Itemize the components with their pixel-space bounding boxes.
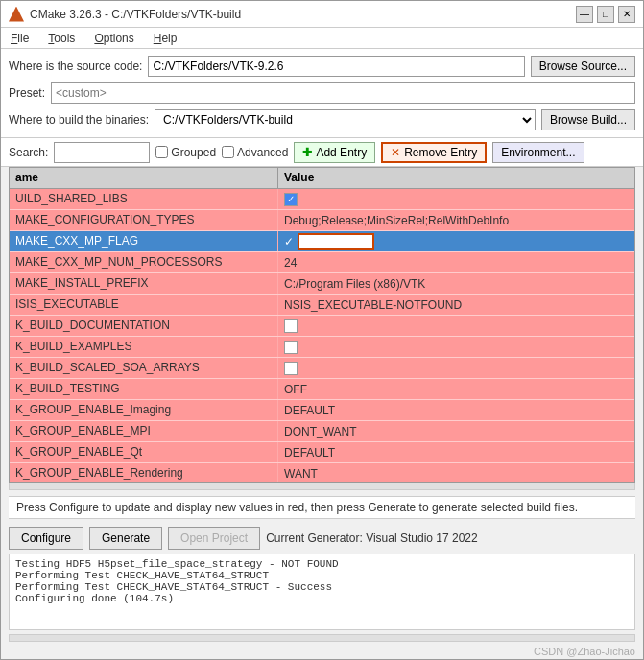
open-project-button[interactable]: Open Project [168,527,260,550]
menu-tools[interactable]: Tools [44,31,79,46]
title-bar-left: CMake 3.26.3 - C:/VTKFolders/VTK-build [9,7,241,22]
cell-value [278,189,634,209]
checkbox-value[interactable] [284,319,298,333]
browse-build-button[interactable]: Browse Build... [541,109,635,130]
cell-name: UILD_SHARED_LIBS [10,189,278,209]
log-line: Performing Test CHECK_HAVE_STAT64_STRUCT… [15,581,629,593]
close-button[interactable]: ✕ [618,6,635,23]
table-row[interactable]: MAKE_INSTALL_PREFIX C:/Program Files (x8… [10,273,634,295]
cell-value [278,337,634,357]
preset-row: Preset: [9,82,635,105]
table-row[interactable]: K_GROUP_ENABLE_Qt DEFAULT [10,442,634,463]
cell-name: MAKE_CXX_MP_FLAG [10,231,278,251]
cell-name: MAKE_INSTALL_PREFIX [10,273,278,294]
check-icon: ✓ [284,235,294,248]
cell-value: WANT [278,463,634,482]
configure-button[interactable]: Configure [9,527,83,550]
cell-value [278,358,634,378]
form-area: Where is the source code: Browse Source.… [1,49,643,138]
cell-value: Debug;Release;MinSizeRel;RelWithDebInfo [278,210,634,230]
button-row: Configure Generate Open Project Current … [1,523,643,554]
checkbox-value[interactable] [284,362,298,375]
table-scrollbar-h[interactable] [9,483,635,490]
status-bar: Press Configure to update and display ne… [9,496,635,519]
checkbox-value[interactable] [284,193,298,206]
binaries-select[interactable]: C:/VTKFolders/VTK-build [155,109,536,130]
source-input[interactable] [148,56,524,77]
table-row-selected[interactable]: MAKE_CXX_MP_FLAG ✓ [10,231,634,252]
binaries-label: Where to build the binaries: [9,113,149,127]
table-row[interactable]: K_GROUP_ENABLE_Rendering WANT [10,463,634,482]
cell-edit-input[interactable] [298,233,374,250]
log-line: Configuring done (104.7s) [15,593,629,604]
menu-help[interactable]: Help [150,31,181,46]
cell-name: K_BUILD_DOCUMENTATION [10,316,278,336]
table-row[interactable]: K_BUILD_DOCUMENTATION [10,316,634,337]
window-title: CMake 3.26.3 - C:/VTKFolders/VTK-build [30,8,241,21]
cell-value [278,316,634,336]
cell-value: C:/Program Files (x86)/VTK [278,273,634,294]
title-controls[interactable]: — □ ✕ [576,6,635,23]
grouped-checkbox-group: Grouped [155,146,216,159]
preset-input[interactable] [51,82,635,104]
cell-name: K_BUILD_EXAMPLES [10,337,278,357]
advanced-label: Advanced [237,146,288,159]
table-header: ame Value [10,168,634,189]
generator-label: Current Generator: Visual Studio 17 2022 [266,531,635,545]
cell-value: DONT_WANT [278,421,634,441]
cell-name: K_BUILD_SCALED_SOA_ARRAYS [10,358,278,378]
maximize-button[interactable]: □ [597,6,614,23]
menu-file[interactable]: File [7,31,33,46]
generate-button[interactable]: Generate [89,527,162,550]
table-row[interactable]: MAKE_CXX_MP_NUM_PROCESSORS 24 [10,252,634,273]
search-label: Search: [9,146,48,159]
cell-name: K_BUILD_TESTING [10,379,278,399]
cell-value: ✓ [278,231,634,251]
col-name-header: ame [10,168,278,188]
table-row[interactable]: K_BUILD_TESTING OFF [10,379,634,400]
cell-name: ISIS_EXECUTABLE [10,295,278,315]
table-row[interactable]: ISIS_EXECUTABLE NSIS_EXECUTABLE-NOTFOUND [10,295,634,316]
remove-entry-button[interactable]: ✕ Remove Entry [381,142,487,163]
source-label: Where is the source code: [9,59,142,73]
grouped-label: Grouped [171,146,216,159]
grouped-checkbox[interactable] [155,146,168,158]
main-window: CMake 3.26.3 - C:/VTKFolders/VTK-build —… [0,0,644,660]
table-row[interactable]: K_GROUP_ENABLE_MPI DONT_WANT [10,421,634,442]
preset-label: Preset: [9,86,45,100]
environment-button[interactable]: Environment... [492,142,584,163]
minimize-button[interactable]: — [576,6,593,23]
advanced-checkbox-group: Advanced [222,146,288,159]
title-bar: CMake 3.26.3 - C:/VTKFolders/VTK-build —… [1,1,643,28]
log-scrollbar-h[interactable] [9,634,635,642]
log-area: Testing HDF5 H5pset_file_space_strategy … [9,554,635,630]
binaries-row: Where to build the binaries: C:/VTKFolde… [9,108,635,131]
table-row[interactable]: K_BUILD_SCALED_SOA_ARRAYS [10,358,634,379]
cell-value: 24 [278,252,634,272]
log-line: Testing HDF5 H5pset_file_space_strategy … [15,558,629,570]
table-body: UILD_SHARED_LIBS MAKE_CONFIGURATION_TYPE… [10,189,634,482]
remove-icon: ✕ [391,146,400,159]
table-row[interactable]: MAKE_CONFIGURATION_TYPES Debug;Release;M… [10,210,634,231]
table-row[interactable]: K_GROUP_ENABLE_Imaging DEFAULT [10,400,634,421]
cell-value: NSIS_EXECUTABLE-NOTFOUND [278,295,634,315]
cell-name: K_GROUP_ENABLE_MPI [10,421,278,441]
table-row[interactable]: K_BUILD_EXAMPLES [10,337,634,358]
cmake-table: ame Value UILD_SHARED_LIBS MAKE_CONFIGUR… [9,167,635,483]
search-input[interactable] [54,142,150,163]
menu-options[interactable]: Options [90,31,137,46]
cell-name: MAKE_CXX_MP_NUM_PROCESSORS [10,252,278,272]
checkbox-value[interactable] [284,341,298,354]
cell-value: OFF [278,379,634,399]
advanced-checkbox[interactable] [222,146,234,158]
watermark: CSDN @Zhao-Jichao [1,644,643,659]
cmake-icon [9,7,24,22]
add-entry-button[interactable]: ✚ Add Entry [294,142,375,163]
source-row: Where is the source code: Browse Source.… [9,55,635,78]
browse-source-button[interactable]: Browse Source... [531,56,635,77]
table-row[interactable]: UILD_SHARED_LIBS [10,189,634,210]
cell-name: MAKE_CONFIGURATION_TYPES [10,210,278,230]
cell-name: K_GROUP_ENABLE_Imaging [10,400,278,420]
cell-value: DEFAULT [278,442,634,462]
toolbar: Search: Grouped Advanced ✚ Add Entry ✕ R… [1,138,643,167]
